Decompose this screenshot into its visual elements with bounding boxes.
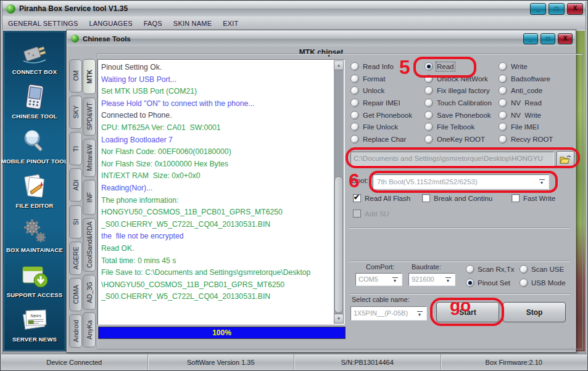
sidebar-item-server-news[interactable]: NewsSERVER NEWS bbox=[4, 303, 65, 347]
sidebar-item-connect-box[interactable]: CONNECT BOX bbox=[4, 35, 65, 80]
stop-button[interactable]: Stop bbox=[503, 302, 566, 322]
tab-anyka[interactable]: AnyKa bbox=[83, 312, 96, 348]
operation-radio-write[interactable]: Write bbox=[499, 60, 570, 73]
scroll-down-icon[interactable]: ▼ bbox=[334, 314, 344, 324]
log-line: Reading(Nor)... bbox=[101, 182, 333, 195]
menu-item-skin-name[interactable]: SKIN NAME bbox=[168, 20, 217, 27]
radio-scan-rx-tx[interactable]: Scan Rx,Tx bbox=[466, 265, 514, 274]
minimize-button[interactable]: _ bbox=[530, 3, 546, 15]
operation-radio-onekey-root[interactable]: OneKey ROOT bbox=[424, 133, 499, 145]
tab-spd&wt[interactable]: SPD&WT bbox=[83, 97, 96, 136]
tab-android[interactable]: Android bbox=[69, 314, 82, 348]
maximize-button[interactable]: □ bbox=[540, 33, 555, 44]
application-window: Piranha Box Service tool V1.35 _ □ X GEN… bbox=[0, 0, 588, 371]
minimize-button[interactable]: _ bbox=[523, 33, 538, 44]
browse-file-button[interactable] bbox=[557, 151, 574, 167]
checkbox-break-and-continu[interactable]: Break and Continu bbox=[422, 194, 492, 202]
scroll-up-icon[interactable]: ▲ bbox=[334, 60, 344, 70]
operation-radio-read-info[interactable]: Read Info bbox=[350, 60, 424, 73]
tab-adi[interactable]: ADI bbox=[69, 168, 82, 202]
sidebar-item-chinese-tool[interactable]: CHINESE TOOL bbox=[4, 80, 65, 124]
tab-mtk[interactable]: MTK bbox=[83, 59, 96, 94]
log-area[interactable]: Pinout Setting Ok.Waiting for USB Port..… bbox=[97, 59, 345, 325]
checkbox-fast-write[interactable]: Fast Write bbox=[511, 194, 555, 202]
sidebar-item-mobile-pinout-tool[interactable]: MOBILE PINOUT TOOL bbox=[4, 124, 65, 169]
operation-label: Touch Calibration bbox=[437, 99, 492, 107]
chinese-tools-window: Chinese Tools _ □ X MTK chipset OMSKYTIA… bbox=[66, 30, 576, 353]
radio-pinout-set[interactable]: Pinout Set bbox=[466, 279, 510, 287]
operation-label: File IMEI bbox=[511, 123, 539, 131]
file-path-field[interactable]: C:\Documents and Settings\gsmretorque\De… bbox=[350, 152, 554, 166]
operation-radio-file-unlock[interactable]: File Unlock bbox=[350, 121, 424, 133]
boot-select[interactable]: 7th Boot(V5.1152/mt6252/6253) ▼ bbox=[373, 174, 549, 189]
sidebar-item-file-editor[interactable]: FILE EDITOR bbox=[4, 169, 65, 213]
scrollbar-thumb[interactable] bbox=[334, 176, 343, 313]
menu-item-languages[interactable]: LANGUAGES bbox=[83, 20, 138, 27]
operation-radio-unlock[interactable]: Unlock bbox=[350, 84, 424, 97]
tab-sky[interactable]: SKY bbox=[69, 96, 82, 129]
operation-label: Read Info bbox=[363, 63, 394, 70]
operation-radio-format[interactable]: Format bbox=[350, 73, 424, 85]
tab-inf[interactable]: INF bbox=[83, 180, 96, 215]
status-cell: S/N:PB13014464 bbox=[294, 354, 441, 370]
chipset-tabs-outer: OMSKYTIADISIAGERECDMAAndroid bbox=[69, 59, 82, 348]
maximize-button[interactable]: □ bbox=[549, 3, 565, 15]
download-folder-icon bbox=[20, 263, 49, 290]
start-button[interactable]: Start bbox=[436, 302, 499, 322]
comport-value: COM5 bbox=[358, 275, 378, 283]
operation-label: Save Phonebook bbox=[437, 112, 491, 119]
tab-agere[interactable]: AGERE bbox=[69, 242, 82, 275]
tab-ad_3g[interactable]: AD_3G bbox=[83, 275, 96, 310]
log-line: _S00.CHERRY_W5_C722L_CQ04_20130531.BIN bbox=[101, 219, 333, 231]
operation-radio-file-telbook[interactable]: File Telbook bbox=[424, 121, 499, 133]
cable-select[interactable]: 1X5PIN__(P-05B) ▼ bbox=[350, 306, 427, 320]
operation-radio-recvy-root[interactable]: Recvy ROOT bbox=[499, 133, 570, 145]
comport-select[interactable]: COM5 ▼ bbox=[355, 273, 402, 286]
operation-radio-read[interactable]: Read bbox=[424, 60, 499, 73]
status-cell: Device Connected bbox=[1, 354, 148, 370]
operation-radio-badsoftware[interactable]: Badsoftware bbox=[499, 73, 570, 85]
log-scrollbar[interactable]: ▲ ▼ bbox=[334, 60, 344, 324]
checkbox-read-all-flash[interactable]: Read All Flash bbox=[353, 194, 410, 202]
radio-usb-mode[interactable]: USB Mode bbox=[520, 279, 566, 287]
operation-radio-fix-illegal-factory[interactable]: Fix illegal factory bbox=[424, 84, 499, 97]
tab-om[interactable]: OM bbox=[69, 59, 82, 92]
tab-coolsand&rda[interactable]: CoolSand&RDA bbox=[83, 218, 96, 272]
operation-label: NV Write bbox=[511, 112, 541, 119]
log-line: File Save to: C:\Documents and Settings\… bbox=[101, 267, 333, 279]
radio-icon bbox=[350, 99, 359, 107]
stop-button-label: Stop bbox=[526, 308, 543, 317]
tab-mstar&w[interactable]: Mstar&W bbox=[83, 139, 96, 177]
operation-radio-anti-code[interactable]: Anti_code bbox=[499, 84, 570, 97]
operation-radio-get-phonebook[interactable]: Get Phonebook bbox=[350, 109, 424, 121]
radio-scan-use[interactable]: Scan USE bbox=[520, 265, 564, 274]
menu-item-general-settings[interactable]: GENERAL SETTINGS bbox=[2, 20, 83, 27]
radio-icon bbox=[499, 99, 507, 107]
operation-radio-replace-char[interactable]: Replace Char bbox=[350, 133, 424, 145]
close-button[interactable]: X bbox=[558, 33, 573, 44]
operation-radio-touch-calibration[interactable]: Touch Calibration bbox=[424, 97, 499, 109]
tab-ti[interactable]: TI bbox=[69, 132, 82, 165]
main-window-controls: _ □ X bbox=[530, 3, 586, 15]
radio-icon bbox=[350, 111, 359, 120]
operation-radio-repair-imei[interactable]: Repair IMEI bbox=[350, 97, 424, 109]
log-line: Waiting for USB Port... bbox=[101, 74, 333, 86]
radio-icon bbox=[424, 62, 433, 71]
operation-radio-nv-read[interactable]: NV Read bbox=[499, 97, 570, 109]
progress-bar: 100% bbox=[98, 327, 346, 339]
baudrate-select[interactable]: 921600 ▼ bbox=[408, 273, 455, 286]
tab-cdma[interactable]: CDMA bbox=[69, 278, 82, 311]
menu-item-exit[interactable]: EXIT bbox=[217, 20, 244, 27]
log-line: HONGYU50_COSMOS_11B_PCB01_GPRS_MT6250 bbox=[101, 206, 333, 219]
radio-icon bbox=[424, 86, 433, 95]
operation-radio-nv-write[interactable]: NV Write bbox=[499, 109, 570, 121]
sidebar-item-support-access[interactable]: SUPPORT ACCESS bbox=[4, 258, 65, 302]
sidebar-item-box-maintainace[interactable]: BOX MAINTAINACE bbox=[4, 213, 65, 258]
log-line: \HONGYU50_COSMOS_11B_PCB01_GPRS_MT6250 bbox=[101, 279, 333, 292]
operation-radio-file-imei[interactable]: File IMEI bbox=[499, 121, 570, 133]
close-button[interactable]: X bbox=[567, 3, 583, 15]
menu-item-faqs[interactable]: FAQS bbox=[138, 20, 168, 27]
operation-radio-unlock-network[interactable]: Unlock NetWork bbox=[424, 73, 499, 85]
operation-radio-save-phonebook[interactable]: Save Phonebook bbox=[424, 109, 499, 121]
tab-si[interactable]: SI bbox=[69, 205, 82, 238]
